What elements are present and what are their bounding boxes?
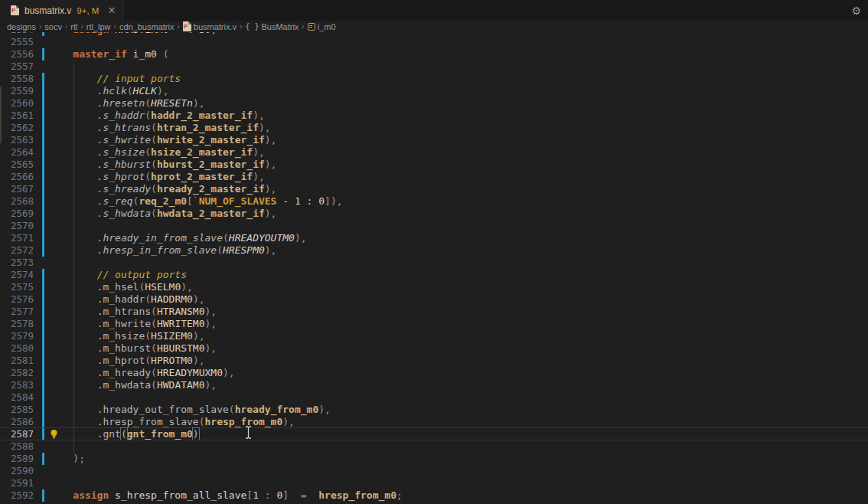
- line-number[interactable]: 2560: [0, 97, 34, 110]
- code-line[interactable]: 2587 .gnt(gnt_from_m0): [0, 428, 868, 440]
- code-line[interactable]: 2570: [0, 220, 868, 232]
- code-line[interactable]: 2572 .hresp_in_from_slave(HRESPM0),: [0, 244, 868, 257]
- line-number[interactable]: 2562: [0, 122, 34, 134]
- code-line-text: // input ports: [49, 73, 181, 85]
- line-number[interactable]: 2572: [0, 244, 34, 257]
- code-line[interactable]: 2585 .hready_out_from_slave(hready_from_…: [0, 404, 868, 416]
- line-number[interactable]: 2557: [0, 61, 34, 73]
- code-line[interactable]: 2569 .s_hwdata(hwdata_2_master_if),: [0, 208, 868, 220]
- code-line-text: .s_hburst(hburst_2_master_if),: [49, 159, 276, 171]
- line-number[interactable]: 2570: [0, 220, 34, 232]
- code-line[interactable]: 2573: [0, 257, 868, 269]
- breadcrumb-label: cdn_busmatrix: [119, 22, 175, 31]
- breadcrumb-label: BusMatrix: [261, 22, 299, 31]
- line-number[interactable]: 2583: [0, 379, 34, 391]
- code-line[interactable]: 2591: [0, 477, 868, 489]
- breadcrumb-separator: ›: [240, 22, 242, 31]
- code-line[interactable]: 2582 .m_hready(HREADYMUXM0),: [0, 367, 868, 379]
- code-line[interactable]: 2574 // output ports: [0, 269, 868, 281]
- code-line[interactable]: 2559 .hclk(HCLK),: [0, 85, 868, 97]
- code-line[interactable]: 2577 .m_htrans(HTRANSM0),: [0, 306, 868, 318]
- breadcrumb-item-designs[interactable]: designs: [7, 22, 36, 31]
- line-number[interactable]: 2568: [0, 195, 34, 208]
- close-icon[interactable]: ✕: [107, 5, 116, 15]
- line-number[interactable]: 2576: [0, 293, 34, 306]
- line-number[interactable]: 2574: [0, 269, 34, 281]
- code-line[interactable]: 2561 .s_haddr(haddr_2_master_if),: [0, 110, 868, 122]
- code-line[interactable]: 2556 master_if i_m0 (: [0, 48, 868, 61]
- line-number[interactable]: 2573: [0, 257, 34, 269]
- code-line[interactable]: 2576 .m_haddr(HADDRM0),: [0, 293, 868, 306]
- gear-icon[interactable]: ⚙: [851, 0, 861, 21]
- code-line[interactable]: 2592 assign s_hresp_from_all_slave[1 : 0…: [0, 489, 868, 502]
- line-number[interactable]: 2566: [0, 171, 34, 183]
- line-number[interactable]: 2578: [0, 318, 34, 330]
- line-number[interactable]: 2571: [0, 232, 34, 244]
- code-line[interactable]: 2563 .s_hwrite(hwrite_2_master_if),: [0, 134, 868, 146]
- code-line[interactable]: 2581 .m_hprot(HPROTM0),: [0, 355, 868, 367]
- line-number[interactable]: 2577: [0, 306, 34, 318]
- line-number[interactable]: 2556: [0, 48, 34, 61]
- code-line[interactable]: 2560 .hresetn(HRESETn),: [0, 97, 868, 110]
- line-number[interactable]: 2581: [0, 355, 34, 367]
- line-number[interactable]: 2586: [0, 416, 34, 428]
- code-line[interactable]: 2567 .s_hready(hready_2_master_if),: [0, 183, 868, 195]
- code-line[interactable]: 2565 .s_hburst(hburst_2_master_if),: [0, 159, 868, 171]
- line-number[interactable]: 2579: [0, 330, 34, 342]
- line-number[interactable]: 2591: [0, 477, 34, 489]
- code-line[interactable]: 2583 .m_hwdata(HWDATAM0),: [0, 379, 868, 391]
- breadcrumb-item-BusMatrix[interactable]: { }BusMatrix: [245, 22, 299, 31]
- line-number[interactable]: 2569: [0, 208, 34, 220]
- line-number[interactable]: 2585: [0, 404, 34, 416]
- line-number[interactable]: 2565: [0, 159, 34, 171]
- code-line[interactable]: 2575 .m_hsel(HSELM0),: [0, 281, 868, 293]
- line-number[interactable]: 2558: [0, 73, 34, 85]
- line-number[interactable]: 2575: [0, 281, 34, 293]
- line-number[interactable]: 2590: [0, 465, 34, 477]
- line-number[interactable]: 2592: [0, 489, 34, 502]
- code-line[interactable]: 2588: [0, 440, 868, 453]
- code-line-text: .hready_out_from_slave(hready_from_m0),: [49, 404, 331, 416]
- code-line-text: .m_htrans(HTRANSM0),: [49, 306, 217, 318]
- line-number[interactable]: 2555: [0, 36, 34, 48]
- code-line[interactable]: 2568 .s_req(req_2_m0[`NUM_OF_SLAVES - 1 …: [0, 195, 868, 208]
- code-line[interactable]: 2580 .m_hburst(HBURSTM0),: [0, 342, 868, 355]
- code-line[interactable]: 2558 // input ports: [0, 73, 868, 85]
- line-number[interactable]: 2559: [0, 85, 34, 97]
- line-number[interactable]: 2582: [0, 367, 34, 379]
- code-line[interactable]: 2579 .m_hsize(HSIZEM0),: [0, 330, 868, 342]
- line-number[interactable]: 2589: [0, 453, 34, 465]
- breadcrumb-item-cdn_busmatrix[interactable]: cdn_busmatrix: [119, 22, 175, 31]
- code-line[interactable]: 2589 );: [0, 453, 868, 465]
- line-number[interactable]: 2563: [0, 134, 34, 146]
- tab-busmatrix[interactable]: busmatrix.v 9+, M ✕: [0, 0, 124, 21]
- code-line[interactable]: 2562 .s_htrans(htran_2_master_if),: [0, 122, 868, 134]
- breadcrumb-item-socv[interactable]: socv: [44, 22, 62, 31]
- breadcrumb-item-rtl_lpw[interactable]: rtl_lpw: [86, 22, 111, 31]
- line-number[interactable]: 2567: [0, 183, 34, 195]
- line-number[interactable]: 2587: [0, 428, 34, 440]
- code-line[interactable]: 2566 .s_hprot(hprot_2_master_if),: [0, 171, 868, 183]
- vscode-window: busmatrix.v 9+, M ✕ ⚙ designs›socv›rtl›r…: [0, 0, 868, 504]
- breadcrumb-separator: ›: [39, 22, 41, 31]
- code-line[interactable]: 2571 .hready_in_from_slave(HREADYOUTM0),: [0, 232, 868, 244]
- breadcrumb-label: busmatrix.v: [194, 22, 237, 31]
- gutter-modified-indicator: [42, 73, 44, 85]
- gutter-modified-indicator: [42, 171, 44, 183]
- line-number[interactable]: 2580: [0, 342, 34, 355]
- code-line[interactable]: 2578 .m_hwrite(HWRITEM0),: [0, 318, 868, 330]
- breadcrumb-item-i_m0[interactable]: i_m0: [308, 22, 336, 31]
- code-line[interactable]: 2586 .hresp_from_slave(hresp_from_m0),: [0, 416, 868, 428]
- code-line[interactable]: 2590: [0, 465, 868, 477]
- code-line[interactable]: 2564 .s_hsize(hsize_2_master_if),: [0, 146, 868, 159]
- breadcrumb-item-rtl[interactable]: rtl: [70, 22, 77, 31]
- indent-guide: [73, 440, 74, 453]
- code-line[interactable]: 2557: [0, 61, 868, 73]
- code-line[interactable]: 2555: [0, 36, 868, 48]
- line-number[interactable]: 2588: [0, 440, 34, 453]
- line-number[interactable]: 2564: [0, 146, 34, 159]
- line-number[interactable]: 2561: [0, 110, 34, 122]
- breadcrumb-item-busmatrix.v[interactable]: busmatrix.v: [183, 21, 237, 31]
- line-number[interactable]: 2584: [0, 391, 34, 404]
- code-line[interactable]: 2584: [0, 391, 868, 404]
